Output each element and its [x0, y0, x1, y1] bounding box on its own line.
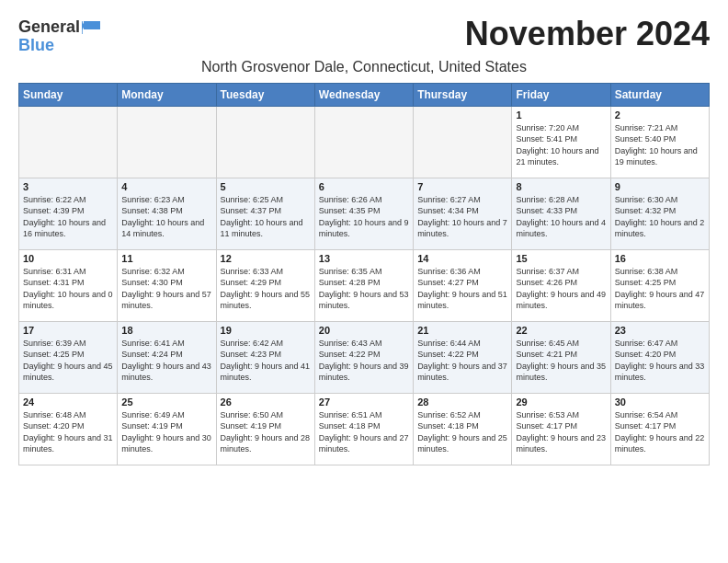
col-sunday: Sunday	[19, 83, 118, 106]
table-row: 15Sunrise: 6:37 AMSunset: 4:26 PMDayligh…	[512, 249, 610, 321]
table-row: 5Sunrise: 6:25 AMSunset: 4:37 PMDaylight…	[216, 178, 314, 249]
day-number: 17	[23, 325, 113, 336]
day-number: 16	[615, 253, 705, 264]
day-number: 13	[319, 253, 409, 264]
table-row: 30Sunrise: 6:54 AMSunset: 4:17 PMDayligh…	[610, 393, 709, 465]
day-info: Sunrise: 6:47 AMSunset: 4:20 PMDaylight:…	[615, 338, 705, 384]
day-info: Sunrise: 7:20 AMSunset: 5:41 PMDaylight:…	[516, 122, 606, 168]
logo-general: General	[18, 18, 80, 37]
month-title: November 2024	[465, 15, 710, 53]
day-info: Sunrise: 6:50 AMSunset: 4:19 PMDaylight:…	[221, 409, 311, 455]
day-info: Sunrise: 6:52 AMSunset: 4:18 PMDaylight:…	[417, 409, 507, 455]
day-info: Sunrise: 6:26 AMSunset: 4:35 PMDaylight:…	[319, 194, 409, 240]
table-row: 17Sunrise: 6:39 AMSunset: 4:25 PMDayligh…	[19, 321, 118, 393]
table-row: 21Sunrise: 6:44 AMSunset: 4:22 PMDayligh…	[414, 321, 512, 393]
table-row: 9Sunrise: 6:30 AMSunset: 4:32 PMDaylight…	[610, 178, 709, 249]
table-row: 11Sunrise: 6:32 AMSunset: 4:30 PMDayligh…	[118, 249, 216, 321]
day-number: 24	[23, 396, 113, 408]
day-info: Sunrise: 6:32 AMSunset: 4:30 PMDaylight:…	[121, 266, 211, 312]
day-info: Sunrise: 6:41 AMSunset: 4:24 PMDaylight:…	[121, 338, 211, 384]
day-info: Sunrise: 6:30 AMSunset: 4:32 PMDaylight:…	[615, 194, 705, 240]
table-row: 25Sunrise: 6:49 AMSunset: 4:19 PMDayligh…	[118, 393, 216, 465]
day-number: 28	[417, 396, 507, 408]
day-info: Sunrise: 6:25 AMSunset: 4:37 PMDaylight:…	[221, 194, 311, 240]
day-info: Sunrise: 6:43 AMSunset: 4:22 PMDaylight:…	[319, 338, 409, 384]
day-info: Sunrise: 6:31 AMSunset: 4:31 PMDaylight:…	[23, 266, 113, 312]
day-number: 8	[516, 181, 606, 192]
calendar-week-5: 24Sunrise: 6:48 AMSunset: 4:20 PMDayligh…	[19, 393, 710, 465]
day-info: Sunrise: 6:23 AMSunset: 4:38 PMDaylight:…	[121, 194, 211, 240]
day-number: 29	[516, 396, 606, 408]
day-info: Sunrise: 6:48 AMSunset: 4:20 PMDaylight:…	[23, 409, 113, 455]
table-row: 13Sunrise: 6:35 AMSunset: 4:28 PMDayligh…	[314, 249, 413, 321]
table-row: 28Sunrise: 6:52 AMSunset: 4:18 PMDayligh…	[414, 393, 512, 465]
table-row: 3Sunrise: 6:22 AMSunset: 4:39 PMDaylight…	[19, 178, 118, 249]
day-number: 25	[121, 396, 211, 408]
col-wednesday: Wednesday	[314, 83, 413, 106]
day-number: 9	[615, 181, 705, 192]
calendar-week-3: 10Sunrise: 6:31 AMSunset: 4:31 PMDayligh…	[19, 249, 710, 321]
day-number: 3	[23, 181, 113, 192]
table-row: 19Sunrise: 6:42 AMSunset: 4:23 PMDayligh…	[216, 321, 314, 393]
logo-blue: Blue	[18, 37, 54, 55]
day-info: Sunrise: 7:21 AMSunset: 5:40 PMDaylight:…	[615, 122, 705, 168]
day-info: Sunrise: 6:36 AMSunset: 4:27 PMDaylight:…	[417, 266, 507, 312]
day-info: Sunrise: 6:45 AMSunset: 4:21 PMDaylight:…	[516, 338, 606, 384]
table-row: 2Sunrise: 7:21 AMSunset: 5:40 PMDaylight…	[610, 106, 709, 178]
table-row: 12Sunrise: 6:33 AMSunset: 4:29 PMDayligh…	[216, 249, 314, 321]
day-info: Sunrise: 6:54 AMSunset: 4:17 PMDaylight:…	[615, 409, 705, 455]
day-info: Sunrise: 6:42 AMSunset: 4:23 PMDaylight:…	[221, 338, 311, 384]
table-row: 24Sunrise: 6:48 AMSunset: 4:20 PMDayligh…	[19, 393, 118, 465]
day-info: Sunrise: 6:28 AMSunset: 4:33 PMDaylight:…	[516, 194, 606, 240]
day-number: 23	[615, 325, 705, 336]
day-info: Sunrise: 6:22 AMSunset: 4:39 PMDaylight:…	[23, 194, 113, 240]
col-friday: Friday	[512, 83, 610, 106]
day-number: 22	[516, 325, 606, 336]
day-info: Sunrise: 6:53 AMSunset: 4:17 PMDaylight:…	[516, 409, 606, 455]
day-number: 5	[221, 181, 311, 192]
day-number: 2	[615, 109, 705, 121]
table-row: 6Sunrise: 6:26 AMSunset: 4:35 PMDaylight…	[314, 178, 413, 249]
table-row: 23Sunrise: 6:47 AMSunset: 4:20 PMDayligh…	[610, 321, 709, 393]
logo-flag-icon	[82, 21, 100, 34]
table-row: 27Sunrise: 6:51 AMSunset: 4:18 PMDayligh…	[314, 393, 413, 465]
table-row: 1Sunrise: 7:20 AMSunset: 5:41 PMDaylight…	[512, 106, 610, 178]
day-number: 30	[615, 396, 705, 408]
col-monday: Monday	[118, 83, 216, 106]
day-info: Sunrise: 6:51 AMSunset: 4:18 PMDaylight:…	[319, 409, 409, 455]
day-number: 21	[417, 325, 507, 336]
table-row	[216, 106, 314, 178]
day-number: 19	[221, 325, 311, 336]
day-number: 20	[319, 325, 409, 336]
table-row: 20Sunrise: 6:43 AMSunset: 4:22 PMDayligh…	[314, 321, 413, 393]
col-thursday: Thursday	[414, 83, 512, 106]
day-number: 1	[516, 109, 606, 121]
table-row	[19, 106, 118, 178]
day-info: Sunrise: 6:37 AMSunset: 4:26 PMDaylight:…	[516, 266, 606, 312]
logo: General Blue	[18, 18, 100, 55]
header-row: General Blue November 2024	[18, 15, 710, 55]
calendar-header-row: Sunday Monday Tuesday Wednesday Thursday…	[19, 83, 710, 106]
table-row	[314, 106, 413, 178]
table-row: 26Sunrise: 6:50 AMSunset: 4:19 PMDayligh…	[216, 393, 314, 465]
day-number: 10	[23, 253, 113, 264]
day-number: 26	[221, 396, 311, 408]
table-row: 14Sunrise: 6:36 AMSunset: 4:27 PMDayligh…	[414, 249, 512, 321]
day-info: Sunrise: 6:38 AMSunset: 4:25 PMDaylight:…	[615, 266, 705, 312]
col-tuesday: Tuesday	[216, 83, 314, 106]
day-info: Sunrise: 6:35 AMSunset: 4:28 PMDaylight:…	[319, 266, 409, 312]
table-row: 22Sunrise: 6:45 AMSunset: 4:21 PMDayligh…	[512, 321, 610, 393]
calendar-table: Sunday Monday Tuesday Wednesday Thursday…	[18, 83, 710, 465]
day-number: 12	[221, 253, 311, 264]
day-info: Sunrise: 6:44 AMSunset: 4:22 PMDaylight:…	[417, 338, 507, 384]
table-row: 18Sunrise: 6:41 AMSunset: 4:24 PMDayligh…	[118, 321, 216, 393]
calendar-week-4: 17Sunrise: 6:39 AMSunset: 4:25 PMDayligh…	[19, 321, 710, 393]
day-info: Sunrise: 6:39 AMSunset: 4:25 PMDaylight:…	[23, 338, 113, 384]
svg-marker-0	[84, 21, 100, 29]
table-row: 4Sunrise: 6:23 AMSunset: 4:38 PMDaylight…	[118, 178, 216, 249]
day-number: 14	[417, 253, 507, 264]
main-container: General Blue November 2024 North Grosven…	[0, 0, 728, 475]
calendar-week-1: 1Sunrise: 7:20 AMSunset: 5:41 PMDaylight…	[19, 106, 710, 178]
table-row: 29Sunrise: 6:53 AMSunset: 4:17 PMDayligh…	[512, 393, 610, 465]
day-number: 4	[121, 181, 211, 192]
